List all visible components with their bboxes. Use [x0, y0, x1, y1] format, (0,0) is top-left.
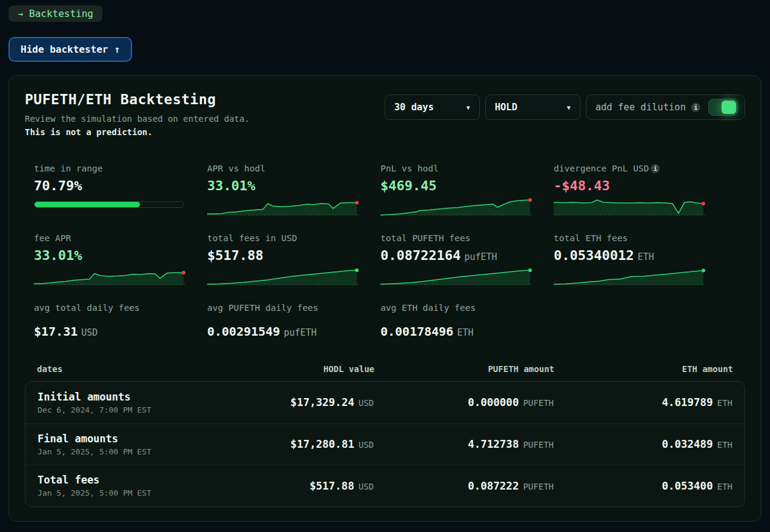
metric-total-pufeth-fees: total PUFETH fees 0.08722164pufETH — [380, 233, 532, 287]
metric-value: -$48.43 — [554, 178, 705, 193]
metric-unit: ETH — [637, 251, 654, 262]
period-dropdown[interactable]: 30 days ▼ — [385, 95, 480, 120]
fee-dilution-control: add fee dilution i — [586, 95, 745, 120]
chevron-down-icon: ▼ — [466, 104, 470, 111]
backtesting-chip[interactable]: → Backtesting — [8, 5, 102, 22]
metric-value: 0.08722164pufETH — [380, 248, 532, 263]
cell-unit: USD — [359, 398, 374, 408]
metric-label: total ETH fees — [554, 233, 705, 243]
amounts-table: dates HODL value PUFETH amount ETH amoun… — [25, 364, 745, 507]
cell-unit: PUFETH — [523, 440, 554, 450]
card-header-text: PUFETH/ETH Backtesting Review the simula… — [25, 91, 250, 137]
cell-value: 0.053400 — [662, 480, 712, 492]
info-icon[interactable]: i — [691, 103, 700, 112]
metric-label: total PUFETH fees — [380, 233, 532, 243]
metric-label-text: divergence PnL USD — [554, 164, 649, 173]
card-subtitle: Review the simulation based on entered d… — [25, 114, 250, 124]
backtesting-card: PUFETH/ETH Backtesting Review the simula… — [8, 75, 762, 522]
metric-value-text: $17.31 — [34, 324, 78, 339]
card-title: PUFETH/ETH Backtesting — [25, 91, 250, 107]
hide-backtester-button[interactable]: Hide backtester ↑ — [8, 37, 132, 62]
cell-unit: PUFETH — [523, 398, 554, 408]
metric-label: total fees in USD — [207, 233, 359, 243]
pnl-vs-hodl-sparkline — [380, 195, 532, 217]
col-header-pufeth-amount: PUFETH amount — [374, 364, 554, 374]
cell-unit: PUFETH — [523, 482, 554, 491]
cell-value: $17,329.24 — [290, 396, 354, 408]
metric-time-in-range: time in range 70.79% — [34, 164, 185, 217]
metric-total-eth-fees: total ETH fees 0.05340012ETH — [554, 233, 705, 287]
metric-label: fee APR — [34, 233, 185, 243]
row-date: Jan 5, 2025, 5:00 PM EST — [38, 447, 259, 456]
metric-label: avg total daily fees — [34, 303, 185, 313]
total-eth-fees-sparkline — [554, 265, 705, 287]
metric-total-fees-usd: total fees in USD $517.88 — [207, 233, 359, 287]
fee-dilution-toggle[interactable] — [708, 99, 738, 116]
table-row-final-amounts: Final amounts Jan 5, 2025, 5:00 PM EST $… — [25, 424, 745, 465]
metric-divergence-pnl: divergence PnL USD i -$48.43 — [554, 164, 705, 217]
table-row-total-fees: Total fees Jan 5, 2025, 5:00 PM EST $517… — [25, 465, 745, 507]
metric-value: $517.88 — [207, 248, 359, 263]
total-pufeth-fees-sparkline — [380, 265, 532, 287]
metric-value-text: 0.08722164 — [380, 248, 460, 263]
col-header-dates: dates — [37, 364, 259, 374]
hide-backtester-label: Hide backtester — [21, 44, 108, 55]
eth-amount-cell: 0.053400ETH — [554, 480, 732, 492]
metric-value: 0.05340012ETH — [554, 248, 705, 263]
cell-unit: ETH — [717, 398, 732, 408]
metric-label: PnL vs hodl — [380, 164, 532, 173]
row-date: Jan 5, 2025, 5:00 PM EST — [38, 488, 259, 497]
cell-value: $17,280.81 — [290, 438, 354, 450]
hodl-value-cell: $17,329.24USD — [259, 396, 374, 408]
table-row-initial-amounts: Initial amounts Dec 6, 2024, 7:00 PM EST… — [25, 382, 745, 424]
fee-apr-sparkline — [34, 265, 185, 287]
pufeth-amount-cell: 0.000000PUFETH — [374, 396, 554, 408]
cell-value: 0.000000 — [468, 396, 519, 408]
hodl-value-cell: $517.88USD — [259, 480, 374, 492]
metric-value: 0.00291549pufETH — [207, 324, 359, 339]
cell-value: 4.712738 — [468, 438, 519, 450]
metric-unit: pufETH — [464, 251, 497, 262]
metric-pnl-vs-hodl: PnL vs hodl $469.45 — [380, 164, 532, 217]
metric-value: 33.01% — [34, 248, 185, 263]
progress-fill — [35, 202, 140, 207]
metric-fee-apr: fee APR 33.01% — [34, 233, 185, 287]
pufeth-amount-cell: 4.712738PUFETH — [374, 438, 554, 450]
hodl-value-cell: $17,280.81USD — [259, 438, 374, 450]
metric-value: 33.01% — [207, 178, 359, 193]
fee-dilution-label: add fee dilution — [596, 102, 686, 113]
eth-amount-cell: 4.619789ETH — [554, 396, 732, 408]
metric-label: time in range — [34, 164, 185, 173]
cell-value: 0.032489 — [662, 438, 712, 450]
chip-label: Backtesting — [29, 8, 93, 19]
up-arrow-icon: ↑ — [115, 44, 121, 55]
card-subtitle-bold: This is not a prediction. — [25, 127, 250, 137]
cell-unit: USD — [359, 482, 374, 491]
metric-label: avg ETH daily fees — [380, 303, 532, 313]
eth-amount-cell: 0.032489ETH — [554, 438, 732, 450]
metric-unit: USD — [81, 327, 98, 338]
metric-avg-eth-daily-fees: avg ETH daily fees 0.00178496ETH — [380, 303, 532, 339]
metric-value-text: 0.00178496 — [380, 324, 453, 339]
metric-unit: pufETH — [284, 327, 316, 338]
metric-value-text: 0.00291549 — [207, 324, 280, 339]
metric-apr-vs-hodl: APR vs hodl 33.01% — [207, 164, 359, 217]
metric-value: 70.79% — [34, 178, 185, 193]
metric-label: APR vs hodl — [207, 164, 359, 173]
cell-unit: ETH — [717, 482, 732, 491]
cell-value: 0.087222 — [468, 480, 519, 492]
row-title: Final amounts — [38, 433, 259, 445]
strategy-dropdown[interactable]: HOLD ▼ — [485, 95, 580, 120]
row-date: Dec 6, 2024, 7:00 PM EST — [38, 405, 259, 414]
time-in-range-progressbar — [34, 201, 184, 208]
cell-value: $517.88 — [310, 480, 354, 492]
metric-unit: ETH — [457, 327, 473, 338]
right-arrow-icon: → — [18, 8, 23, 19]
metric-value: 0.00178496ETH — [380, 324, 532, 339]
toggle-knob — [722, 101, 736, 114]
col-header-eth-amount: ETH amount — [554, 364, 733, 374]
metric-value: $17.31USD — [34, 324, 185, 339]
strategy-dropdown-value: HOLD — [495, 102, 517, 113]
info-icon[interactable]: i — [651, 164, 660, 173]
chevron-down-icon: ▼ — [567, 104, 571, 111]
